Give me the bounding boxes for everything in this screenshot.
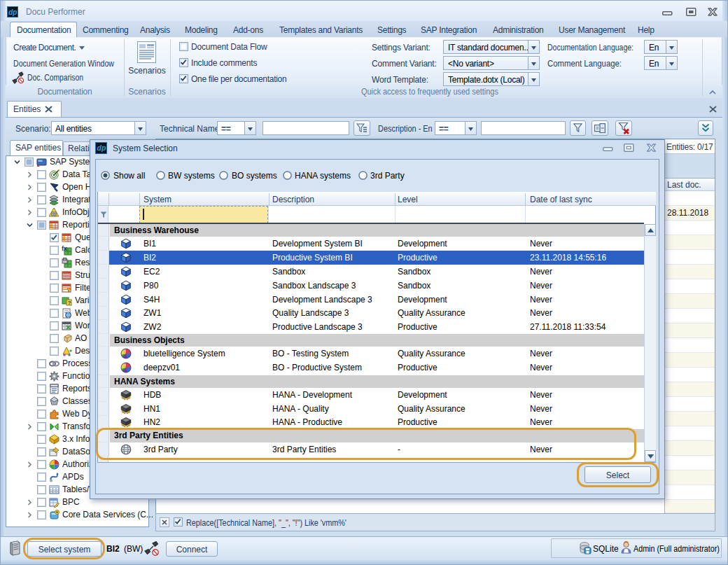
- svg-text:fx: fx: [62, 245, 67, 252]
- svg-text:?: ?: [68, 300, 71, 306]
- svg-text:dp: dp: [97, 144, 106, 152]
- svg-text:dp: dp: [8, 8, 17, 16]
